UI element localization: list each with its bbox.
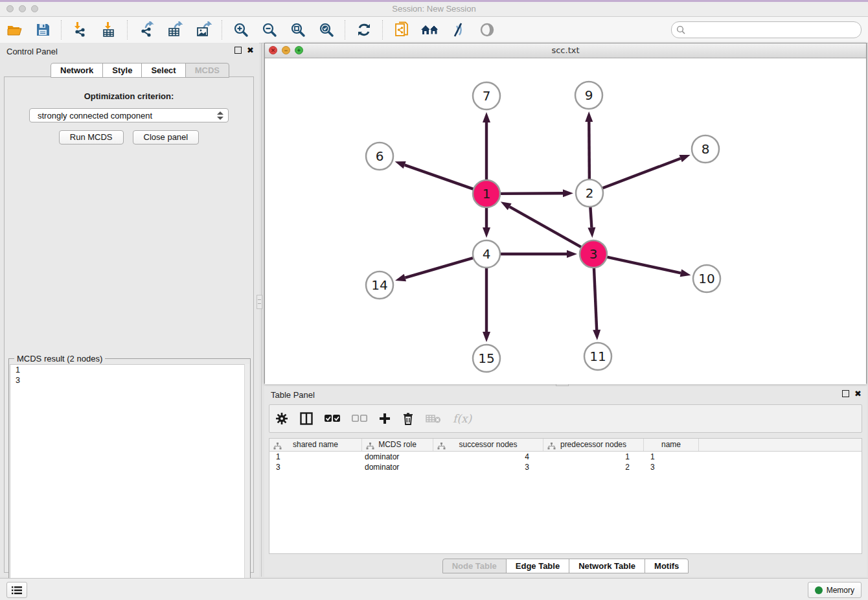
hide-details-icon[interactable] xyxy=(449,20,468,40)
vertical-splitter-grip[interactable] xyxy=(257,295,262,309)
mcds-result-list[interactable]: 13 xyxy=(10,364,246,600)
edge-3-10[interactable] xyxy=(606,257,681,273)
split-columns-icon[interactable] xyxy=(300,412,313,425)
column-header-shared-name[interactable]: shared name xyxy=(269,439,362,451)
node-label: 14 xyxy=(371,277,387,293)
table-cell[interactable]: 3 xyxy=(269,462,362,472)
close-panel-button[interactable]: Close panel xyxy=(133,130,200,144)
tab-motifs[interactable]: Motifs xyxy=(645,559,689,573)
home-icon[interactable] xyxy=(420,20,440,40)
criterion-select[interactable]: strongly connected component xyxy=(29,108,229,122)
mcds-result-title: MCDS result (2 nodes) xyxy=(14,354,105,363)
edge-1-2[interactable] xyxy=(499,193,563,194)
tab-select[interactable]: Select xyxy=(141,63,185,78)
column-header-name[interactable]: name xyxy=(644,439,699,451)
edge-2-9[interactable] xyxy=(589,122,589,181)
toolbar-separator xyxy=(127,20,128,40)
arrowhead-icon xyxy=(483,332,490,342)
delete-table-icon[interactable] xyxy=(426,413,441,424)
open-folder-icon[interactable] xyxy=(5,20,24,40)
tab-mcds[interactable]: MCDS xyxy=(185,63,229,78)
zoom-selected-icon[interactable] xyxy=(317,20,336,40)
column-label: successor nodes xyxy=(459,440,517,449)
settings-gear-icon[interactable] xyxy=(275,412,288,425)
result-item[interactable]: 1 xyxy=(10,365,245,375)
node-label: 8 xyxy=(702,141,710,157)
export-image-icon[interactable] xyxy=(194,20,213,40)
arrowhead-icon xyxy=(501,202,512,210)
control-panel-tabs: Network Style Select MCDS xyxy=(51,63,229,78)
edge-2-8[interactable] xyxy=(601,159,681,189)
tab-style[interactable]: Style xyxy=(102,63,142,78)
save-icon[interactable] xyxy=(33,20,52,40)
table-cell[interactable]: 1 xyxy=(644,452,699,462)
node-label: 10 xyxy=(698,271,714,286)
column-type-icon xyxy=(437,441,446,454)
arrowhead-icon xyxy=(395,274,406,282)
close-panel-icon[interactable]: ✖ xyxy=(247,46,254,54)
import-network-icon[interactable] xyxy=(71,20,90,40)
tab-node-table[interactable]: Node Table xyxy=(442,559,507,573)
arrowhead-icon xyxy=(567,250,577,258)
column-header-predecessor-nodes[interactable]: predecessor nodes xyxy=(543,439,644,451)
arrowhead-icon xyxy=(483,227,490,238)
search-input[interactable] xyxy=(688,23,856,36)
run-mcds-button[interactable]: Run MCDS xyxy=(59,130,124,144)
export-network-icon[interactable] xyxy=(137,20,156,40)
deselect-all-rows-icon[interactable] xyxy=(352,414,367,423)
arrowhead-icon xyxy=(593,330,600,340)
result-item[interactable]: 3 xyxy=(10,375,245,386)
show-details-icon[interactable] xyxy=(477,20,497,40)
zoom-out-icon[interactable] xyxy=(260,20,279,40)
network-graph[interactable]: 7968124314101511 xyxy=(265,58,866,384)
add-column-icon[interactable] xyxy=(379,413,391,424)
task-history-button[interactable] xyxy=(6,582,27,598)
column-type-icon xyxy=(366,441,374,454)
table-row[interactable]: 3dominator323 xyxy=(269,462,862,472)
table-cell[interactable]: 1 xyxy=(543,452,644,462)
table-cell[interactable]: 1 xyxy=(269,452,362,462)
edge-4-14[interactable] xyxy=(405,257,474,277)
function-builder-icon[interactable]: f(x) xyxy=(453,412,472,425)
table-panel: Table Panel ✖ xyxy=(264,386,867,577)
tab-network-table[interactable]: Network Table xyxy=(569,559,645,573)
new-network-file-icon[interactable] xyxy=(392,20,411,40)
arrowhead-icon xyxy=(588,227,595,238)
refresh-layout-icon[interactable] xyxy=(354,20,374,40)
memory-button[interactable]: Memory xyxy=(808,582,862,598)
edge-1-6[interactable] xyxy=(405,165,475,190)
select-all-rows-icon[interactable] xyxy=(325,414,340,423)
edge-3-11[interactable] xyxy=(594,266,597,330)
export-table-icon[interactable] xyxy=(165,20,185,40)
table-row[interactable]: 1dominator411 xyxy=(269,452,862,462)
delete-column-icon[interactable] xyxy=(402,412,414,425)
application-window: Session: New Session xyxy=(0,0,868,600)
zoom-fit-icon[interactable] xyxy=(288,20,308,40)
node-table[interactable]: shared nameMCDS rolesuccessor nodesprede… xyxy=(269,438,862,554)
import-table-icon[interactable] xyxy=(99,20,119,40)
table-header-row: shared nameMCDS rolesuccessor nodesprede… xyxy=(269,439,862,452)
node-label: 7 xyxy=(483,88,491,104)
network-canvas[interactable]: 7968124314101511 xyxy=(265,58,866,384)
close-panel-icon[interactable]: ✖ xyxy=(854,389,862,398)
node-label: 6 xyxy=(376,148,384,164)
column-header-successor-nodes[interactable]: successor nodes xyxy=(433,439,543,451)
network-window-titlebar[interactable]: ✕ − + scc.txt xyxy=(265,43,866,58)
table-cell[interactable]: 4 xyxy=(433,452,543,462)
edge-2-3[interactable] xyxy=(590,205,591,227)
table-cell[interactable]: 3 xyxy=(644,462,699,472)
table-tabs: Node Table Edge Table Network Table Moti… xyxy=(442,559,689,573)
column-label: MCDS role xyxy=(378,440,417,449)
tab-edge-table[interactable]: Edge Table xyxy=(506,559,569,573)
table-cell[interactable]: 2 xyxy=(543,462,644,472)
column-header-MCDS-role[interactable]: MCDS role xyxy=(362,439,433,451)
panel-divider xyxy=(261,43,262,577)
zoom-in-icon[interactable] xyxy=(231,20,251,40)
result-scrollbar[interactable] xyxy=(244,364,249,600)
table-cell[interactable]: 3 xyxy=(433,462,543,472)
edge-3-1[interactable] xyxy=(510,207,583,248)
table-cell[interactable]: dominator xyxy=(362,462,433,472)
tab-network[interactable]: Network xyxy=(51,63,103,78)
float-window-icon[interactable] xyxy=(842,390,849,397)
float-window-icon[interactable] xyxy=(234,47,242,54)
